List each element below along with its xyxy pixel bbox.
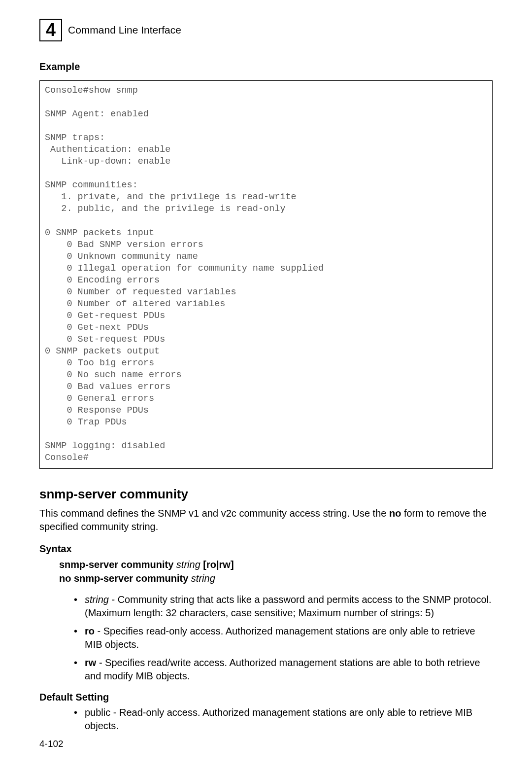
syntax-cmd-1: snmp-server community <box>59 559 173 570</box>
default-bullet-public: public - Read-only access. Authorized ma… <box>74 706 493 733</box>
bullet-term-string: string <box>85 594 109 605</box>
chapter-number: 4 <box>46 21 56 39</box>
syntax-opts-1: [ro|rw] <box>203 559 233 570</box>
syntax-param-1: string <box>176 559 200 570</box>
command-description: This command defines the SNMP v1 and v2c… <box>39 507 493 533</box>
header-title: Command Line Interface <box>68 24 181 36</box>
chapter-icon: 4 <box>39 19 62 41</box>
default-setting-bullets: public - Read-only access. Authorized ma… <box>74 706 493 733</box>
page-number: 4-102 <box>39 739 64 749</box>
syntax-block: snmp-server community string [ro|rw] no … <box>59 558 493 585</box>
default-setting-heading: Default Setting <box>39 692 493 703</box>
page-header: 4 Command Line Interface <box>39 19 493 41</box>
example-heading: Example <box>39 61 493 72</box>
syntax-cmd-2: no snmp-server community <box>59 573 188 584</box>
description-text-pre: This command defines the SNMP v1 and v2c… <box>39 508 389 519</box>
syntax-heading: Syntax <box>39 543 493 555</box>
syntax-line-1: snmp-server community string [ro|rw] <box>59 558 493 571</box>
bullet-term-rw: rw <box>85 657 96 668</box>
bullet-text-rw: - Specifies read/write access. Authorize… <box>85 657 480 681</box>
syntax-line-2: no snmp-server community string <box>59 571 493 585</box>
bullet-text-string: - Community string that acts like a pass… <box>85 594 492 618</box>
bullet-text-ro: - Specifies read-only access. Authorized… <box>85 626 475 650</box>
syntax-bullet-ro: ro - Specifies read-only access. Authori… <box>74 625 493 651</box>
command-title: snmp-server community <box>39 487 493 502</box>
syntax-bullets: string - Community string that acts like… <box>74 593 493 683</box>
syntax-bullet-string: string - Community string that acts like… <box>74 593 493 620</box>
syntax-param-2: string <box>191 573 215 584</box>
console-output: Console#show snmp SNMP Agent: enabled SN… <box>39 80 493 469</box>
bullet-term-ro: ro <box>85 626 95 636</box>
description-bold-no: no <box>389 508 401 519</box>
syntax-bullet-rw: rw - Specifies read/write access. Author… <box>74 656 493 683</box>
